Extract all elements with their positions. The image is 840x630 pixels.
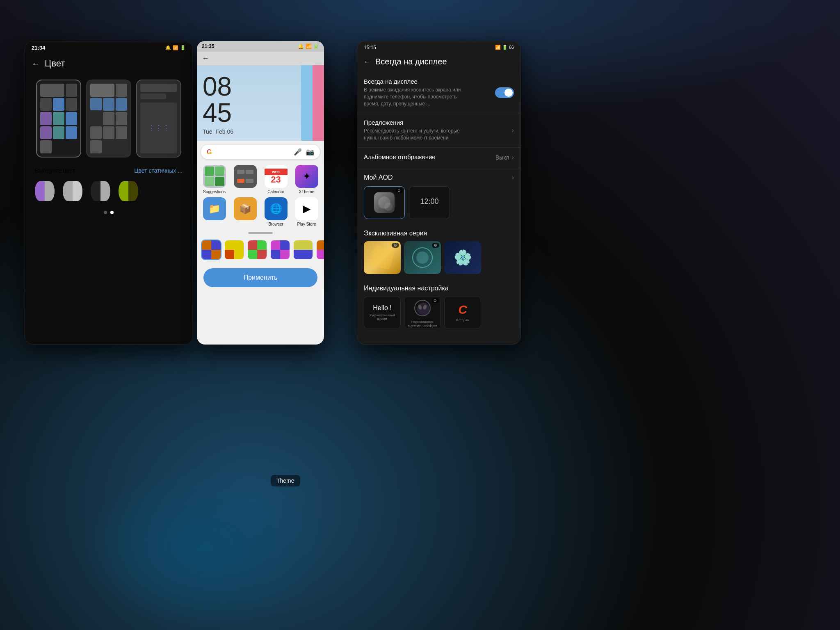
theme-swatch-4[interactable] xyxy=(270,240,290,260)
custom-drawing[interactable]: ⊙ Нарисованное вручную граффити xyxy=(404,296,441,329)
left-panel: 21:34 🔔📶🔋 ← Цвет xyxy=(25,41,193,345)
setting-suggestions-title: Предложения xyxy=(364,119,512,126)
exclusive-1[interactable]: ⊙ xyxy=(364,241,401,274)
status-icons-left: 🔔📶🔋 xyxy=(165,45,186,51)
box-icon: 📦 xyxy=(234,197,257,220)
my-aod-title: Мой AOD › xyxy=(357,168,520,184)
aod-badge-1: ⊙ xyxy=(395,188,403,193)
drawing-preview xyxy=(410,298,435,318)
aod-previews: ⊙ 12:00 xyxy=(357,184,520,224)
search-icons: 🎤 📷 xyxy=(294,148,314,156)
time-middle: 21:35 xyxy=(202,43,215,49)
individual-title: Индивидуальная настройка xyxy=(357,279,520,294)
clock-display: 08 45 Tue, Feb 06 xyxy=(197,65,324,141)
header-middle: ← xyxy=(197,52,324,65)
setting-aod-title: Всегда на дисплее xyxy=(364,78,495,85)
camera-icon[interactable]: 📷 xyxy=(306,148,314,156)
app-playstore[interactable]: ▶ Play Store xyxy=(292,197,321,226)
xtheme-icon: ✦ xyxy=(295,165,318,188)
status-icons-middle: 🔔 📶 🔋 xyxy=(298,43,319,49)
dot-1 xyxy=(104,211,107,214)
suggestions-icon xyxy=(203,165,226,188)
photo-label: Фоторам xyxy=(454,318,471,322)
apply-button-area: Применить xyxy=(197,263,324,292)
setting-suggestions-desc: Рекомендовать контент и услуги, которые … xyxy=(364,128,470,142)
hello-text: Hello ! xyxy=(373,304,391,312)
app-browser[interactable]: 🌐 Browser xyxy=(262,197,290,226)
settings-list: Всегда на дисплее В режиме ожидания косн… xyxy=(357,72,520,168)
header-right: ← Всегда на дисплее xyxy=(357,54,520,72)
theme-swatch-6[interactable] xyxy=(316,240,324,260)
aod-preview-1[interactable]: ⊙ xyxy=(364,186,405,219)
app-calculator[interactable] xyxy=(231,165,259,194)
theme-swatch-3[interactable] xyxy=(247,240,267,260)
files-icon: 📁 xyxy=(203,197,226,220)
swatch-3[interactable] xyxy=(91,181,110,201)
swatch-4[interactable] xyxy=(119,181,138,201)
app-box[interactable]: 📦 xyxy=(231,197,259,226)
custom-hello[interactable]: Hello ! Художественный шрифт xyxy=(364,296,401,329)
color-strip-pink xyxy=(313,65,324,141)
xtheme-label: XTheme xyxy=(299,189,315,194)
phone-preview-1[interactable] xyxy=(36,80,81,158)
color-strips xyxy=(301,65,324,141)
photo-icon: C xyxy=(458,303,467,317)
scroll-indicator xyxy=(248,232,273,234)
back-arrow-left[interactable]: ← xyxy=(32,59,40,68)
drawing-label: Нарисованное вручную граффити xyxy=(404,320,441,327)
app-xtheme[interactable]: ✦ XTheme xyxy=(292,165,321,194)
calendar-icon: WED 23 xyxy=(265,165,288,188)
theme-swatch-5[interactable] xyxy=(293,240,313,260)
theme-swatch-1[interactable] xyxy=(201,240,221,260)
right-panel: 15:15 📶 🔋 66 ← Всегда на дисплее Всегда … xyxy=(357,41,521,345)
dot-2 xyxy=(110,211,114,214)
exclusive-series-title: Эксклюзивная серия xyxy=(357,224,520,240)
phone-preview-3[interactable]: ⋮⋮⋮ xyxy=(136,80,181,158)
calendar-label: Calendar xyxy=(267,189,284,194)
mic-icon[interactable]: 🎤 xyxy=(294,148,302,156)
phone-preview-2[interactable] xyxy=(86,80,131,158)
color-swatches xyxy=(25,178,192,209)
header-left: ← Цвет xyxy=(25,54,192,75)
hello-label: Художественный шрифт xyxy=(364,313,400,321)
exc-badge-2: ⊙ xyxy=(432,243,439,248)
setting-always-on[interactable]: Всегда на дисплее В режиме ожидания косн… xyxy=(357,72,520,113)
setting-album-value: Выкл xyxy=(495,154,509,161)
search-bar[interactable]: G 🎤 📷 xyxy=(201,145,320,159)
status-bar-left: 21:34 🔔📶🔋 xyxy=(25,41,192,54)
time-left: 21:34 xyxy=(32,45,45,51)
app-suggestions[interactable]: Suggestions xyxy=(200,165,228,194)
time-right: 15:15 xyxy=(364,45,376,50)
custom-previews: Hello ! Художественный шрифт ⊙ Нарисован… xyxy=(357,294,520,334)
browser-label: Browser xyxy=(268,222,283,226)
app-files[interactable]: 📁 xyxy=(200,197,228,226)
apply-button[interactable]: Применить xyxy=(203,268,317,287)
custom-photo[interactable]: C Фоторам xyxy=(444,296,481,329)
color-label-right[interactable]: Цвет статичных ... xyxy=(134,167,183,174)
setting-suggestions[interactable]: Предложения Рекомендовать контент и услу… xyxy=(357,113,520,148)
theme-swatch-2[interactable] xyxy=(224,240,244,260)
status-bar-middle: 21:35 🔔 📶 🔋 xyxy=(197,41,324,52)
color-label-left: Выберите цвет xyxy=(35,167,75,174)
browser-icon: 🌐 xyxy=(265,197,288,220)
theme-label: Theme xyxy=(271,475,300,486)
page-title-left: Цвет xyxy=(45,58,65,69)
swatch-1[interactable] xyxy=(35,181,55,201)
playstore-icon: ▶ xyxy=(295,197,318,220)
app-calendar[interactable]: WED 23 Calendar xyxy=(262,165,290,194)
google-g-icon: G xyxy=(207,148,212,156)
color-strip-blue xyxy=(301,65,313,141)
exclusive-2[interactable]: ⊙ xyxy=(404,241,441,274)
page-title-right: Всегда на дисплее xyxy=(375,57,447,66)
exclusive-3[interactable]: 🌸 xyxy=(444,241,481,274)
swatch-2[interactable] xyxy=(63,181,82,201)
exc-badge-1: ⊙ xyxy=(392,243,399,248)
back-arrow-middle[interactable]: ← xyxy=(202,54,209,63)
aod-preview-2[interactable]: 12:00 xyxy=(409,186,450,219)
setting-album[interactable]: Альбомное отображение Выкл › xyxy=(357,148,520,168)
setting-aod-desc: В режиме ожидания коснитесь экрана или п… xyxy=(364,87,470,107)
toggle-aod[interactable] xyxy=(495,87,514,98)
back-arrow-right[interactable]: ← xyxy=(364,58,370,66)
theme-swatches-row xyxy=(197,236,324,263)
chevron-album: › xyxy=(512,154,514,161)
